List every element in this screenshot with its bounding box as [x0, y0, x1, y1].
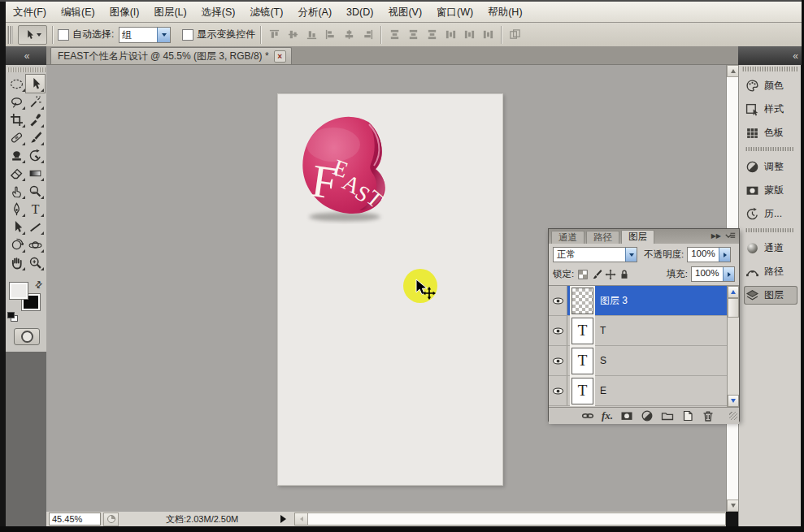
- fill-field[interactable]: 100%: [691, 266, 735, 282]
- layers-scrollbar[interactable]: [727, 286, 739, 407]
- menu-filter[interactable]: 滤镜(T): [242, 2, 290, 22]
- layer-style-button[interactable]: fx.: [602, 409, 613, 422]
- feast-sticker-artwork[interactable]: F E A S T: [298, 114, 405, 224]
- canvas-horizontal-scrollbar[interactable]: [294, 513, 726, 526]
- panel-resize-grip[interactable]: [729, 412, 737, 420]
- zoom-level-field[interactable]: 45.45%: [49, 513, 101, 526]
- document-tab[interactable]: FEAST个性名片设计 @ 45.5% (图层 3, RGB/8) * ×: [50, 47, 292, 64]
- dropdown-button[interactable]: [625, 248, 637, 262]
- tool-hand[interactable]: [7, 253, 26, 271]
- default-colors-icon[interactable]: [7, 312, 17, 321]
- tool-preset-picker[interactable]: [18, 25, 47, 45]
- tool-path-selection[interactable]: [7, 218, 26, 236]
- distribute-hcenter-button[interactable]: [461, 28, 477, 42]
- lock-all-icon[interactable]: [619, 269, 630, 280]
- dock-button-history[interactable]: 历...: [744, 205, 797, 223]
- link-layers-icon[interactable]: [581, 409, 594, 422]
- layer-row-e[interactable]: T E: [549, 376, 728, 406]
- distribute-bottom-button[interactable]: [424, 28, 440, 42]
- menu-analysis[interactable]: 分析(A): [290, 2, 339, 22]
- tab-close-icon[interactable]: ×: [274, 50, 286, 63]
- layer-row-s[interactable]: T S: [549, 346, 728, 376]
- align-right-button[interactable]: [359, 28, 376, 42]
- show-transform-checkbox[interactable]: [182, 29, 193, 41]
- swap-colors-icon[interactable]: ⇄: [33, 279, 46, 292]
- panel-menu-icon[interactable]: [725, 231, 736, 241]
- layer-row-t[interactable]: T T: [549, 316, 728, 346]
- menu-help[interactable]: 帮助(H): [480, 2, 529, 22]
- align-hcenter-button[interactable]: [341, 28, 357, 42]
- menu-3d[interactable]: 3D(D): [339, 2, 380, 22]
- quick-mask-button[interactable]: [14, 328, 40, 345]
- dock-button-paths[interactable]: 路径: [744, 262, 797, 281]
- fill-slider-button[interactable]: [723, 267, 734, 281]
- menu-edit[interactable]: 编辑(E): [54, 2, 102, 22]
- opacity-field[interactable]: 100%: [687, 247, 731, 262]
- layer-thumbnail-text[interactable]: T: [571, 348, 593, 374]
- tool-pen[interactable]: [7, 200, 26, 218]
- align-bottom-button[interactable]: [303, 28, 319, 42]
- tab-channels[interactable]: 通道: [551, 231, 585, 244]
- menu-window[interactable]: 窗口(W): [429, 2, 480, 22]
- layers-scroll-up-button[interactable]: [728, 286, 739, 298]
- auto-select-dropdown[interactable]: 组: [119, 27, 171, 43]
- tool-eyedropper[interactable]: [26, 110, 45, 128]
- dock-button-swatches[interactable]: 色板: [744, 123, 797, 142]
- layer-thumbnail-text[interactable]: T: [571, 378, 593, 404]
- align-vcenter-button[interactable]: [285, 28, 301, 42]
- tool-history-brush[interactable]: [26, 146, 45, 164]
- visibility-toggle[interactable]: [549, 376, 567, 405]
- menu-layer[interactable]: 图层(L): [146, 2, 193, 22]
- tools-dock-header[interactable]: «: [6, 46, 46, 65]
- tool-zoom[interactable]: [26, 253, 45, 271]
- panel-collapse-icon[interactable]: ▶▶: [711, 232, 721, 240]
- dock-button-layers[interactable]: 图层: [744, 286, 797, 305]
- layer-name[interactable]: E: [600, 385, 606, 396]
- tool-3d-rotate[interactable]: [7, 236, 26, 253]
- tool-quick-selection[interactable]: [26, 93, 45, 110]
- dock-button-channels[interactable]: 通道: [744, 239, 797, 257]
- auto-select-checkbox[interactable]: [58, 29, 69, 41]
- layer-row-3[interactable]: 图层 3: [549, 286, 728, 316]
- lock-position-icon[interactable]: [605, 269, 616, 280]
- tool-gradient[interactable]: [26, 164, 45, 182]
- tab-layers[interactable]: 图层: [621, 230, 654, 244]
- add-layer-mask-icon[interactable]: [620, 409, 633, 422]
- menu-image[interactable]: 图像(I): [102, 2, 147, 22]
- tool-healing-brush[interactable]: [7, 128, 26, 146]
- distribute-top-button[interactable]: [386, 28, 402, 42]
- auto-align-button[interactable]: [506, 28, 523, 42]
- new-adjustment-layer-icon[interactable]: [641, 409, 654, 422]
- scroll-left-button[interactable]: [295, 513, 308, 525]
- new-layer-icon[interactable]: [681, 409, 694, 422]
- tools-panel-grip[interactable]: [7, 67, 46, 72]
- tool-3d-orbit[interactable]: [26, 236, 45, 253]
- dropdown-button[interactable]: [157, 28, 170, 42]
- dock-button-adjustments[interactable]: 调整: [744, 158, 797, 176]
- foreground-color-swatch[interactable]: [9, 282, 28, 300]
- menu-select[interactable]: 选择(S): [194, 2, 243, 22]
- align-top-button[interactable]: [266, 28, 282, 42]
- tool-type[interactable]: [26, 200, 45, 218]
- layers-scroll-thumb[interactable]: [728, 298, 739, 318]
- menu-view[interactable]: 视图(V): [380, 2, 429, 22]
- lock-transparency-icon[interactable]: [577, 269, 589, 280]
- dock-button-styles[interactable]: 样式: [744, 100, 797, 119]
- visibility-toggle[interactable]: [549, 316, 567, 345]
- panel-dock-grip[interactable]: [742, 67, 797, 71]
- distribute-left-button[interactable]: [442, 28, 458, 42]
- layer-name[interactable]: 图层 3: [600, 294, 628, 308]
- visibility-toggle[interactable]: [549, 286, 567, 315]
- tool-eraser[interactable]: [7, 164, 26, 182]
- tool-line-shape[interactable]: [26, 218, 45, 236]
- layer-name[interactable]: T: [600, 325, 606, 336]
- delete-layer-icon[interactable]: [702, 409, 715, 422]
- options-bar-grip[interactable]: [7, 26, 13, 44]
- opacity-slider-button[interactable]: [719, 248, 730, 262]
- tool-smudge[interactable]: [7, 182, 26, 200]
- tool-elliptical-marquee[interactable]: [7, 75, 26, 93]
- panels-dock-header[interactable]: «: [738, 46, 802, 65]
- lock-paint-icon[interactable]: [591, 269, 602, 280]
- menu-file[interactable]: 文件(F): [6, 2, 54, 22]
- tool-crop[interactable]: [7, 110, 26, 128]
